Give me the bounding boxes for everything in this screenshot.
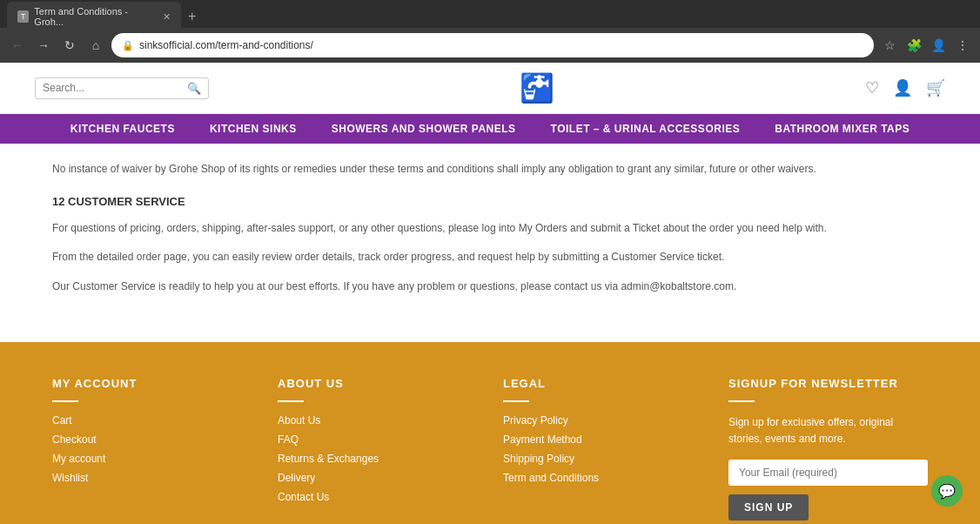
wishlist-icon[interactable]: ♡ [865,78,879,97]
footer-link-shipping[interactable]: Shipping Policy [503,453,702,465]
footer-link-returns[interactable]: Returns & Exchanges [278,453,477,465]
nav-kitchen-faucets[interactable]: KITCHEN FAUCETS [70,123,175,135]
customer-service-para-3: Our Customer Service is readily to help … [52,279,928,295]
footer-legal: LEGAL Privacy Policy Payment Method Ship… [503,377,702,521]
page-header: 🔍 🚰 ♡ 👤 🛒 [0,63,980,114]
footer-about-title: ABOUT US [278,377,477,390]
main-content: No instance of waiver by Grohe Shop of i… [0,144,980,342]
browser-chrome: T Term and Conditions - Groh... ✕ + ← → … [0,0,980,63]
footer-link-cart[interactable]: Cart [52,414,252,427]
account-icon[interactable]: 👤 [893,78,912,97]
footer-link-terms[interactable]: Term and Conditions [503,472,702,484]
nav-showers[interactable]: SHOWERS AND SHOWER PANELS [332,123,516,135]
forward-button[interactable]: → [33,35,54,56]
browser-tabs: T Term and Conditions - Groh... ✕ + [0,0,980,28]
customer-service-para-2: From the detailed order page, you can ea… [52,249,928,265]
newsletter-email-input[interactable] [728,460,928,486]
chat-icon: 💬 [938,483,956,500]
footer-newsletter-desc: Sign up for exclusive offers, original s… [728,414,928,447]
profile-button[interactable]: 👤 [928,35,949,56]
footer-link-checkout[interactable]: Checkout [52,433,252,446]
footer-link-privacy[interactable]: Privacy Policy [503,414,702,427]
nav-bathroom-mixer[interactable]: BATHROOM MIXER TAPS [775,123,910,135]
footer-link-delivery[interactable]: Delivery [278,472,477,484]
section-12-title: 12 CUSTOMER SERVICE [52,195,928,208]
footer-about-us: ABOUT US About Us FAQ Returns & Exchange… [278,377,477,521]
footer-my-account-divider [52,400,78,402]
search-input[interactable] [43,82,184,94]
footer-newsletter-divider [728,400,755,402]
waiver-paragraph: No instance of waiver by Grohe Shop of i… [52,161,928,178]
footer-legal-title: LEGAL [503,377,702,390]
footer-columns: MY ACCOUNT Cart Checkout My account Wish… [52,377,928,521]
refresh-button[interactable]: ↻ [59,35,80,56]
footer-link-payment-method[interactable]: Payment Method [503,433,702,446]
tab-favicon: T [17,10,29,23]
navigation-bar: KITCHEN FAUCETS KITCHEN SINKS SHOWERS AN… [0,114,980,144]
back-button[interactable]: ← [7,35,28,56]
search-bar[interactable]: 🔍 [35,77,209,99]
support-chat-button[interactable]: 💬 [931,475,963,507]
address-bar[interactable]: 🔒 sinksofficial.com/term-and-conditions/ [111,33,874,57]
lock-icon: 🔒 [122,40,134,51]
logo-faucet-icon: 🚰 [520,71,554,104]
footer: MY ACCOUNT Cart Checkout My account Wish… [0,342,980,524]
footer-newsletter-title: SIGNUP FOR NEWSLETTER [728,377,928,390]
active-tab[interactable]: T Term and Conditions - Groh... ✕ [7,2,181,31]
footer-newsletter: SIGNUP FOR NEWSLETTER Sign up for exclus… [728,377,928,521]
cart-icon[interactable]: 🛒 [926,78,945,97]
footer-link-faq[interactable]: FAQ [278,433,477,446]
menu-button[interactable]: ⋮ [952,35,973,56]
signup-button[interactable]: SIGN UP [728,494,809,521]
nav-toilet-accessories[interactable]: TOILET – & URINAL ACCESSORIES [551,123,741,135]
footer-link-contact[interactable]: Contact Us [278,491,477,503]
footer-link-my-account[interactable]: My account [52,453,252,465]
footer-my-account: MY ACCOUNT Cart Checkout My account Wish… [52,377,252,521]
customer-service-para-1: For questions of pricing, orders, shippi… [52,220,928,237]
bookmark-button[interactable]: ☆ [879,35,900,56]
footer-link-about-us[interactable]: About Us [278,414,477,427]
search-icon[interactable]: 🔍 [187,82,201,95]
logo: 🚰 [520,71,554,104]
footer-about-divider [278,400,304,402]
footer-legal-divider [503,400,529,402]
tab-title: Term and Conditions - Groh... [34,6,154,27]
browser-toolbar: ← → ↻ ⌂ 🔒 sinksofficial.com/term-and-con… [0,28,980,63]
nav-kitchen-sinks[interactable]: KITCHEN SINKS [210,123,297,135]
home-button[interactable]: ⌂ [85,35,106,56]
footer-my-account-title: MY ACCOUNT [52,377,252,390]
header-icons: ♡ 👤 🛒 [865,78,945,97]
new-tab-button[interactable]: + [181,9,203,24]
tab-close-button[interactable]: ✕ [163,11,171,23]
url-text: sinksofficial.com/term-and-conditions/ [139,39,313,51]
footer-link-wishlist[interactable]: Wishlist [52,472,252,484]
extensions-button[interactable]: 🧩 [903,35,924,56]
browser-action-buttons: ☆ 🧩 👤 ⋮ [879,35,973,56]
